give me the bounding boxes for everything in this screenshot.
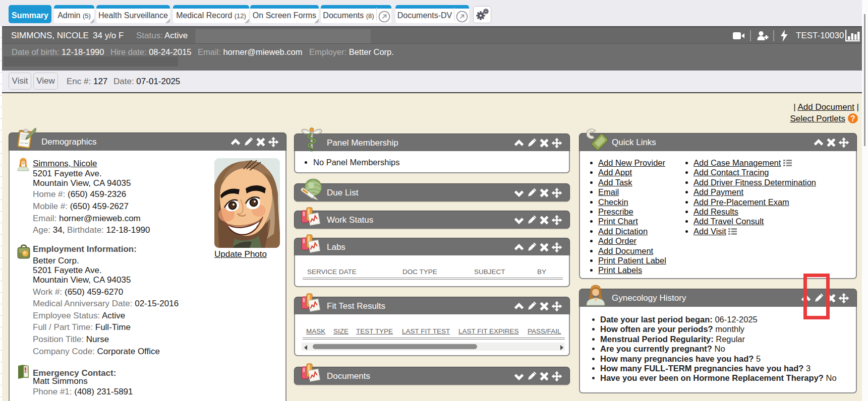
svg-text:?: ? [850, 114, 855, 123]
